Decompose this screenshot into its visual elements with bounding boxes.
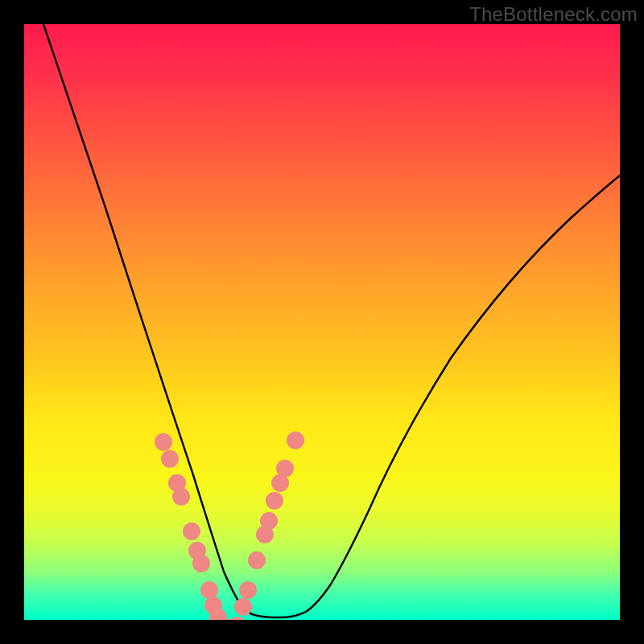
highlight-dot-right (248, 551, 266, 569)
highlight-dot-right (276, 460, 294, 477)
highlight-dot-left (192, 555, 210, 572)
plot-area (24, 24, 620, 620)
highlight-dot-right (234, 598, 252, 616)
highlight-dot-left (183, 522, 200, 540)
curve-left (43, 24, 282, 617)
highlight-dot-right (239, 581, 257, 599)
watermark-text: TheBottleneck.com (469, 3, 638, 26)
highlight-dot-left (161, 450, 179, 468)
highlight-dot-left (155, 433, 172, 451)
curve-right (282, 149, 620, 617)
bottleneck-curve (24, 24, 620, 620)
highlight-dot-right (287, 431, 304, 449)
highlight-dot-left (172, 488, 190, 506)
chart-frame: TheBottleneck.com (0, 0, 644, 644)
highlight-dot-right (266, 492, 283, 510)
highlight-dot-right (260, 512, 278, 530)
